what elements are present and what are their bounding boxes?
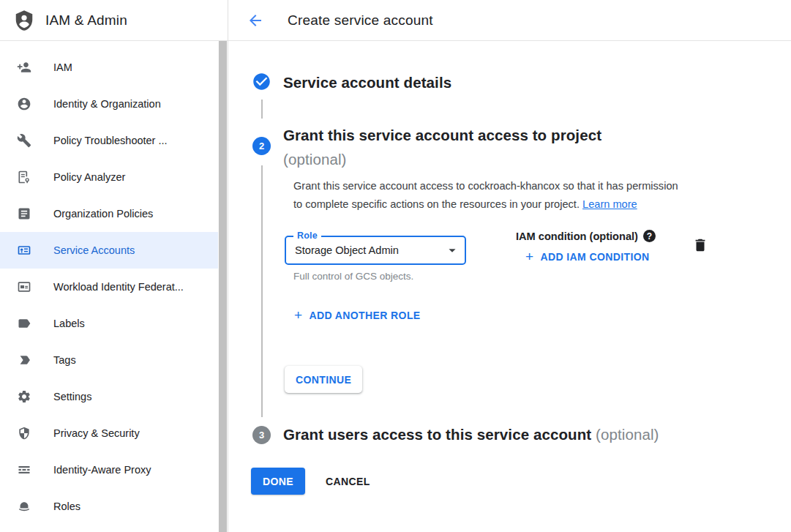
id-card-icon bbox=[17, 280, 31, 294]
step3-heading: Grant users access to this service accou… bbox=[283, 425, 659, 444]
cancel-button[interactable]: CANCEL bbox=[314, 468, 382, 495]
role-select[interactable]: Role Storage Object Admin bbox=[285, 236, 466, 265]
learn-more-link[interactable]: Learn more bbox=[582, 198, 637, 210]
dropdown-arrow-icon bbox=[444, 242, 460, 258]
sidebar-item-identity-aware-proxy[interactable]: Identity-Aware Proxy bbox=[0, 452, 218, 488]
sidebar-item-label: IAM bbox=[53, 61, 72, 73]
step2-number: 2 bbox=[259, 141, 264, 151]
add-iam-condition-label: ADD IAM CONDITION bbox=[541, 251, 650, 263]
add-iam-condition-button[interactable]: + ADD IAM CONDITION bbox=[525, 250, 650, 263]
sidebar-item-label: Roles bbox=[53, 501, 80, 512]
sidebar-item-label: Workload Identity Federat... bbox=[53, 281, 184, 293]
sidebar-divider bbox=[228, 0, 228, 532]
sidebar-item-privacy-security[interactable]: Privacy & Security bbox=[0, 415, 218, 452]
sidebar-item-policy-analyzer[interactable]: Policy Analyzer bbox=[0, 159, 218, 195]
product-title: IAM & Admin bbox=[45, 12, 127, 29]
sidebar-item-tags[interactable]: Tags bbox=[0, 342, 218, 378]
shield-half-icon bbox=[17, 426, 31, 441]
step-connector bbox=[261, 100, 263, 119]
step-connector bbox=[261, 165, 263, 417]
step2-optional-label: (optional) bbox=[283, 147, 601, 171]
step3-title: Grant users access to this service accou… bbox=[283, 426, 591, 443]
role-helper-text: Full control of GCS objects. bbox=[293, 271, 413, 282]
continue-button[interactable]: CONTINUE bbox=[285, 366, 362, 393]
step3-number-badge: 3 bbox=[252, 426, 271, 444]
sidebar-item-label: Settings bbox=[53, 391, 91, 402]
sidebar-item-workload-identity-federation[interactable]: Workload Identity Federat... bbox=[0, 269, 218, 305]
product-brand: IAM & Admin bbox=[13, 0, 127, 41]
sidebar-item-label: Identity & Organization bbox=[53, 98, 161, 110]
step2-description-line2: to complete specific actions on the reso… bbox=[293, 195, 678, 214]
sidebar-item-policy-troubleshooter[interactable]: Policy Troubleshooter ... bbox=[0, 122, 218, 159]
gear-icon bbox=[17, 389, 31, 404]
step2-description: Grant this service account access to coc… bbox=[293, 177, 678, 214]
step1-check-circle-icon bbox=[252, 72, 271, 91]
role-selected-value: Storage Object Admin bbox=[295, 237, 399, 263]
sidebar-nav: IAM Identity & Organization Policy Troub… bbox=[0, 41, 218, 532]
person-add-icon bbox=[17, 60, 31, 75]
sidebar-item-label: Policy Analyzer bbox=[53, 171, 125, 183]
page-header: Create service account bbox=[228, 0, 433, 41]
add-another-role-label: ADD ANOTHER ROLE bbox=[310, 310, 421, 321]
sidebar-item-label: Service Accounts bbox=[53, 244, 135, 256]
striped-square-icon bbox=[17, 462, 31, 477]
iam-shield-person-icon bbox=[13, 10, 35, 31]
tag-arrow-icon bbox=[17, 353, 31, 367]
plus-icon: + bbox=[294, 309, 303, 322]
sidebar-item-iam[interactable]: IAM bbox=[0, 49, 218, 86]
done-button[interactable]: DONE bbox=[251, 468, 305, 495]
back-arrow-icon[interactable] bbox=[247, 12, 264, 29]
sidebar-item-label: Labels bbox=[53, 318, 85, 329]
step2-number-badge: 2 bbox=[252, 137, 271, 155]
sidebar-item-label: Policy Troubleshooter ... bbox=[53, 135, 168, 146]
wrench-icon bbox=[17, 133, 31, 148]
iam-condition-section: IAM condition (optional) ? + ADD IAM CON… bbox=[516, 230, 656, 263]
delete-role-trash-icon[interactable] bbox=[692, 237, 708, 253]
sidebar-item-service-accounts[interactable]: Service Accounts bbox=[0, 232, 218, 269]
sidebar-item-label: Identity-Aware Proxy bbox=[53, 464, 151, 476]
sidebar-item-label: Privacy & Security bbox=[53, 427, 140, 439]
step2-description-line1: Grant this service account access to coc… bbox=[293, 177, 678, 195]
person-circle-icon bbox=[17, 97, 31, 111]
top-header-bar: IAM & Admin Create service account bbox=[0, 0, 791, 41]
service-account-badge-icon bbox=[17, 243, 31, 258]
sidebar-item-organization-policies[interactable]: Organization Policies bbox=[0, 195, 218, 232]
step1-title: Service account details bbox=[283, 73, 451, 92]
sidebar-item-roles[interactable]: Roles bbox=[0, 488, 218, 525]
page-title: Create service account bbox=[288, 12, 433, 29]
step3-number: 3 bbox=[259, 430, 264, 441]
sidebar-item-label: Tags bbox=[53, 354, 76, 366]
step2-heading: Grant this service account access to pro… bbox=[283, 123, 601, 171]
sidebar-scrollbar-track bbox=[218, 41, 228, 532]
sidebar-scrollbar-thumb[interactable] bbox=[219, 41, 227, 532]
document-lines-icon bbox=[17, 206, 31, 221]
document-gear-icon bbox=[17, 170, 31, 184]
sidebar-item-labels[interactable]: Labels bbox=[0, 305, 218, 342]
label-tag-icon bbox=[17, 316, 31, 331]
step3-optional-label: (optional) bbox=[596, 426, 659, 443]
plus-icon: + bbox=[525, 250, 534, 263]
step2-title: Grant this service account access to pro… bbox=[283, 123, 601, 147]
sidebar-item-label: Organization Policies bbox=[53, 208, 153, 220]
hat-icon bbox=[17, 499, 31, 514]
add-another-role-button[interactable]: + ADD ANOTHER ROLE bbox=[294, 309, 421, 322]
iam-condition-label: IAM condition (optional) bbox=[516, 231, 638, 242]
create-service-account-form: Service account details 2 Grant this ser… bbox=[228, 41, 791, 532]
sidebar-item-settings[interactable]: Settings bbox=[0, 378, 218, 415]
help-icon[interactable]: ? bbox=[643, 230, 656, 242]
sidebar-item-identity-organization[interactable]: Identity & Organization bbox=[0, 86, 218, 122]
